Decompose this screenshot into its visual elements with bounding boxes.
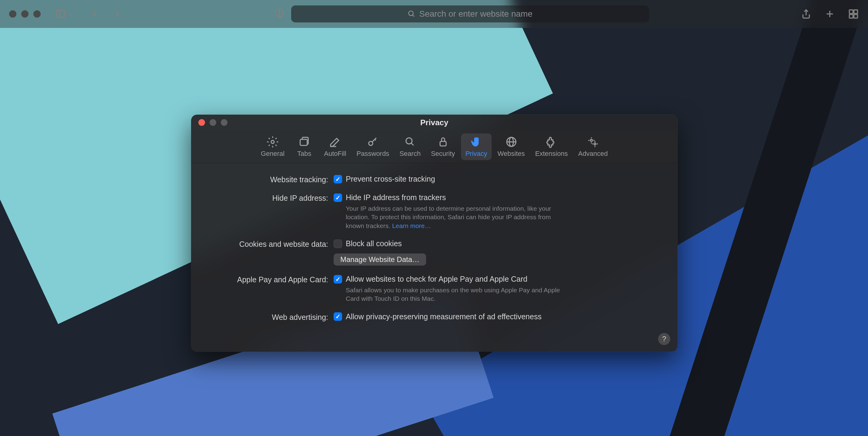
svg-rect-0	[57, 10, 65, 18]
web-advertising-setting: Web advertising: Allow privacy-preservin…	[209, 312, 659, 322]
tab-websites[interactable]: Websites	[493, 133, 529, 160]
pencil-icon	[329, 136, 342, 148]
svg-point-15	[406, 138, 412, 144]
address-bar[interactable]: Search or enter website name	[291, 5, 649, 23]
svg-rect-10	[854, 14, 858, 18]
apple-pay-checkbox[interactable]	[334, 275, 342, 283]
back-button[interactable]	[89, 8, 100, 20]
hide-ip-setting: Hide IP address: Hide IP address from tr…	[209, 193, 659, 230]
svg-point-3	[408, 11, 413, 15]
prevent-tracking-checkbox[interactable]	[334, 175, 342, 183]
maximize-window-button[interactable]	[33, 10, 41, 18]
lock-icon	[436, 136, 450, 148]
preferences-title: Privacy	[198, 118, 670, 127]
search-icon	[403, 136, 417, 148]
svg-point-14	[369, 141, 373, 145]
prevent-tracking-label: Prevent cross-site tracking	[346, 175, 435, 183]
tabs-icon	[298, 136, 311, 148]
sidebar-toggle-button[interactable]	[55, 8, 73, 20]
tab-advanced[interactable]: Advanced	[574, 133, 612, 160]
prefs-window-controls	[198, 119, 227, 126]
minimize-window-button[interactable]	[21, 10, 29, 18]
hide-ip-checkbox-label: Hide IP address from trackers	[346, 193, 446, 202]
ad-measurement-label: Allow privacy-preserving measurement of …	[346, 312, 542, 321]
apple-pay-checkbox-label: Allow websites to check for Apple Pay an…	[346, 275, 527, 283]
preferences-window: Privacy General Tabs AutoFill Passwords …	[191, 115, 678, 352]
block-cookies-label: Block all cookies	[346, 239, 402, 248]
browser-toolbar: Search or enter website name	[0, 0, 868, 28]
learn-more-link[interactable]: Learn more…	[392, 222, 431, 229]
chevron-down-icon	[68, 11, 73, 17]
apple-pay-label: Apple Pay and Apple Card:	[209, 275, 334, 284]
globe-icon	[505, 136, 518, 148]
svg-rect-7	[849, 10, 853, 13]
cookies-setting: Cookies and website data: Block all cook…	[209, 239, 659, 266]
search-icon	[408, 10, 415, 18]
gear-icon	[266, 136, 279, 148]
key-icon	[366, 136, 379, 148]
cookies-label: Cookies and website data:	[209, 239, 334, 249]
svg-rect-8	[854, 10, 858, 13]
tab-overview-button[interactable]	[848, 8, 859, 20]
website-tracking-label: Website tracking:	[209, 175, 334, 184]
tab-security[interactable]: Security	[427, 133, 459, 160]
preferences-content: Website tracking: Prevent cross-site tra…	[191, 163, 678, 331]
help-button[interactable]: ?	[658, 333, 670, 345]
hide-ip-checkbox[interactable]	[334, 193, 342, 202]
address-bar-placeholder: Search or enter website name	[419, 9, 533, 19]
prefs-maximize-button[interactable]	[221, 119, 227, 126]
tab-general[interactable]: General	[256, 133, 289, 160]
svg-line-4	[412, 15, 414, 17]
svg-rect-9	[849, 14, 853, 18]
privacy-shield-icon[interactable]	[274, 8, 285, 19]
web-advertising-label: Web advertising:	[209, 312, 334, 322]
hide-ip-help-text: Your IP address can be used to determine…	[334, 205, 564, 230]
block-cookies-checkbox[interactable]	[334, 240, 342, 248]
new-tab-button[interactable]	[824, 8, 835, 20]
prefs-minimize-button[interactable]	[210, 119, 216, 126]
svg-point-22	[594, 143, 596, 145]
tab-tabs[interactable]: Tabs	[290, 133, 318, 160]
tab-passwords[interactable]: Passwords	[352, 133, 394, 160]
svg-rect-17	[440, 141, 446, 146]
share-button[interactable]	[801, 8, 812, 20]
website-tracking-setting: Website tracking: Prevent cross-site tra…	[209, 175, 659, 184]
tab-autofill[interactable]: AutoFill	[320, 133, 350, 160]
advanced-gear-icon	[586, 136, 599, 148]
svg-line-16	[411, 143, 414, 146]
svg-point-21	[590, 139, 593, 141]
hand-icon	[469, 136, 483, 148]
svg-rect-12	[300, 139, 307, 145]
svg-point-11	[271, 141, 274, 144]
preferences-tab-bar: General Tabs AutoFill Passwords Search S…	[191, 130, 678, 163]
tab-search[interactable]: Search	[395, 133, 425, 160]
tab-privacy[interactable]: Privacy	[461, 133, 491, 160]
close-window-button[interactable]	[9, 10, 17, 18]
hide-ip-label: Hide IP address:	[209, 193, 334, 203]
window-controls	[9, 10, 41, 18]
sidebar-icon	[55, 8, 66, 20]
preferences-titlebar[interactable]: Privacy	[191, 115, 678, 130]
apple-pay-setting: Apple Pay and Apple Card: Allow websites…	[209, 275, 659, 303]
manage-website-data-button[interactable]: Manage Website Data…	[334, 253, 426, 266]
ad-measurement-checkbox[interactable]	[334, 312, 342, 321]
prefs-close-button[interactable]	[198, 119, 205, 126]
apple-pay-help-text: Safari allows you to make purchases on t…	[334, 286, 564, 303]
puzzle-icon	[545, 136, 558, 148]
tab-extensions[interactable]: Extensions	[531, 133, 572, 160]
forward-button[interactable]	[112, 8, 123, 20]
